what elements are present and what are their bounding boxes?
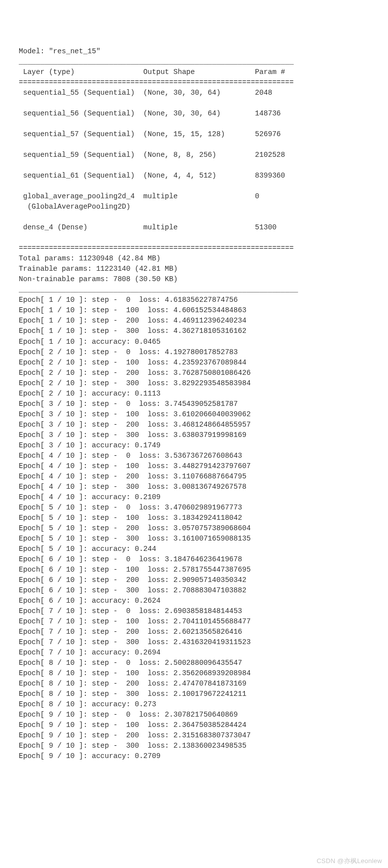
console-output: Model: "res_net_15" ____________________… (19, 46, 388, 761)
